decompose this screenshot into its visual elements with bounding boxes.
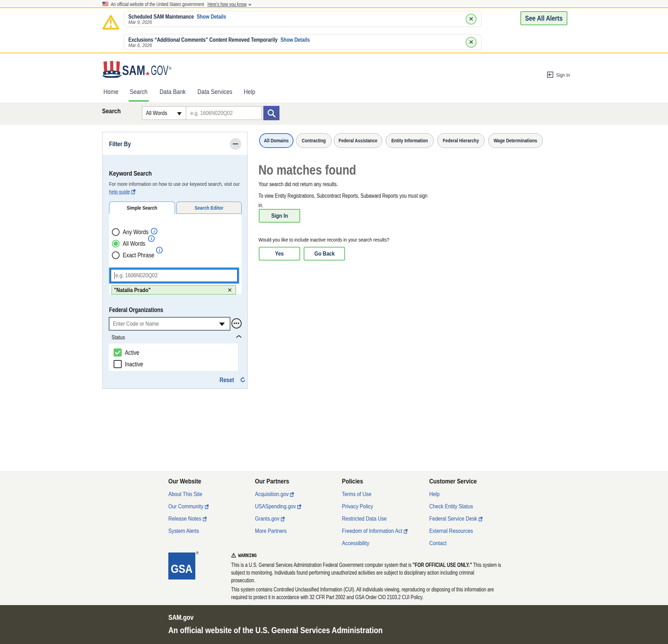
svg-text:®: ® — [169, 66, 171, 70]
svg-text:GOV: GOV — [151, 63, 168, 78]
svg-text:SAM: SAM — [122, 63, 145, 78]
